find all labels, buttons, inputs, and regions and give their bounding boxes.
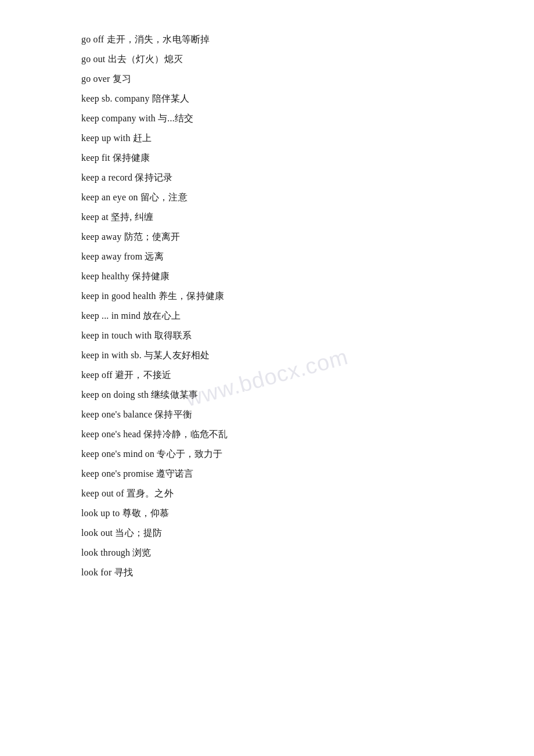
list-item: look up to 尊敬，仰慕 bbox=[81, 509, 453, 518]
phrase-english: keep in touch with bbox=[81, 330, 152, 340]
list-item: go out 出去（灯火）熄灭 bbox=[81, 55, 453, 64]
phrase-english: keep one's promise bbox=[81, 469, 154, 478]
list-item: keep away 防范；使离开 bbox=[81, 232, 453, 242]
phrase-english: keep in good health bbox=[81, 291, 156, 301]
phrase-translation: 尊敬，仰慕 bbox=[122, 508, 169, 518]
phrase-english: look out bbox=[81, 528, 113, 538]
phrase-english: keep up with bbox=[81, 133, 131, 143]
phrase-english: go off bbox=[81, 34, 104, 44]
phrase-translation: 保持健康 bbox=[132, 271, 169, 281]
list-item: look out 当心；提防 bbox=[81, 528, 453, 538]
phrase-translation: 浏览 bbox=[132, 548, 151, 557]
phrase-translation: 与某人友好相处 bbox=[144, 350, 210, 360]
list-item: keep sb. company 陪伴某人 bbox=[81, 94, 453, 103]
phrase-translation: 当心；提防 bbox=[115, 528, 162, 538]
list-item: keep a record 保持记录 bbox=[81, 173, 453, 182]
phrase-english: keep on doing sth bbox=[81, 390, 149, 399]
phrase-english: keep one's mind on bbox=[81, 449, 154, 459]
phrase-translation: 保持冷静，临危不乱 bbox=[143, 429, 228, 439]
phrase-english: look for bbox=[81, 567, 111, 577]
phrase-translation: 留心，注意 bbox=[140, 192, 187, 202]
phrase-translation: 放在心上 bbox=[143, 311, 181, 321]
phrase-translation: 与...结交 bbox=[158, 113, 193, 123]
phrase-translation: 保持平衡 bbox=[154, 409, 192, 419]
page-container: www.bdocx.com go off 走开，消失，水电等断掉go out 出… bbox=[0, 0, 534, 756]
list-item: keep out of 置身。之外 bbox=[81, 489, 453, 498]
phrase-english: keep one's head bbox=[81, 429, 141, 439]
phrase-english: keep company with bbox=[81, 113, 156, 123]
phrase-translation: 保持记录 bbox=[135, 172, 172, 182]
list-item: go over 复习 bbox=[81, 74, 453, 84]
phrase-translation: 出去（灯火）熄灭 bbox=[108, 54, 183, 64]
phrase-translation: 坚持, 纠缠 bbox=[111, 212, 153, 222]
phrase-translation: 专心于，致力于 bbox=[157, 449, 222, 459]
phrase-english: keep out of bbox=[81, 488, 124, 498]
phrase-english: keep away bbox=[81, 232, 121, 242]
list-item: keep ... in mind 放在心上 bbox=[81, 311, 453, 321]
phrase-translation: 保持健康 bbox=[113, 153, 150, 163]
phrase-translation: 防范；使离开 bbox=[124, 232, 181, 242]
list-item: keep at 坚持, 纠缠 bbox=[81, 213, 453, 222]
list-item: keep away from 远离 bbox=[81, 252, 453, 261]
phrase-english: keep at bbox=[81, 212, 109, 222]
list-item: keep an eye on 留心，注意 bbox=[81, 193, 453, 202]
phrase-translation: 陪伴某人 bbox=[152, 93, 190, 103]
phrase-english: keep ... in mind bbox=[81, 311, 140, 321]
phrase-translation: 复习 bbox=[113, 74, 131, 84]
phrase-english: keep fit bbox=[81, 153, 110, 163]
list-item: keep fit 保持健康 bbox=[81, 153, 453, 163]
phrase-translation: 避开，不接近 bbox=[115, 370, 171, 380]
list-item: look for 寻找 bbox=[81, 568, 453, 577]
phrase-translation: 养生，保持健康 bbox=[158, 291, 224, 301]
list-item: go off 走开，消失，水电等断掉 bbox=[81, 35, 453, 44]
phrase-english: keep an eye on bbox=[81, 192, 138, 202]
phrase-translation: 取得联系 bbox=[154, 330, 192, 340]
phrase-translation: 置身。之外 bbox=[127, 488, 174, 498]
list-item: keep one's head 保持冷静，临危不乱 bbox=[81, 430, 453, 439]
list-item: keep in good health 养生，保持健康 bbox=[81, 291, 453, 301]
phrase-translation: 继续做某事 bbox=[151, 390, 198, 399]
phrase-list: go off 走开，消失，水电等断掉go out 出去（灯火）熄灭go over… bbox=[81, 35, 453, 577]
phrase-english: go over bbox=[81, 74, 110, 84]
phrase-english: keep sb. company bbox=[81, 93, 150, 103]
phrase-english: keep healthy bbox=[81, 271, 129, 281]
phrase-translation: 走开，消失，水电等断掉 bbox=[107, 34, 210, 44]
list-item: look through 浏览 bbox=[81, 548, 453, 557]
phrase-english: keep a record bbox=[81, 172, 132, 182]
list-item: keep on doing sth 继续做某事 bbox=[81, 390, 453, 399]
phrase-english: look up to bbox=[81, 508, 120, 518]
list-item: keep one's mind on 专心于，致力于 bbox=[81, 449, 453, 459]
phrase-translation: 遵守诺言 bbox=[156, 469, 194, 478]
phrase-english: keep one's balance bbox=[81, 409, 152, 419]
phrase-english: go out bbox=[81, 54, 105, 64]
list-item: keep one's balance 保持平衡 bbox=[81, 410, 453, 419]
phrase-translation: 远离 bbox=[145, 251, 163, 261]
phrase-english: keep away from bbox=[81, 251, 142, 261]
list-item: keep up with 赶上 bbox=[81, 134, 453, 143]
list-item: keep in with sb. 与某人友好相处 bbox=[81, 351, 453, 360]
list-item: keep company with 与...结交 bbox=[81, 114, 453, 123]
phrase-english: look through bbox=[81, 548, 130, 557]
list-item: keep one's promise 遵守诺言 bbox=[81, 469, 453, 478]
phrase-translation: 赶上 bbox=[133, 133, 151, 143]
list-item: keep in touch with 取得联系 bbox=[81, 331, 453, 340]
phrase-english: keep in with sb. bbox=[81, 350, 142, 360]
phrase-translation: 寻找 bbox=[114, 567, 133, 577]
phrase-english: keep off bbox=[81, 370, 113, 380]
list-item: keep off 避开，不接近 bbox=[81, 370, 453, 380]
list-item: keep healthy 保持健康 bbox=[81, 272, 453, 281]
